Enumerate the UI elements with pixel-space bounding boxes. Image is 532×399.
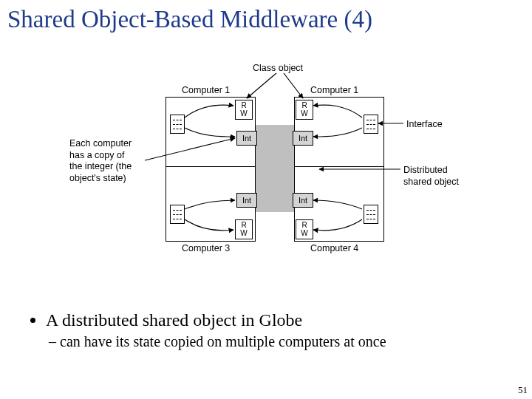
int-box-1: Int (236, 131, 257, 146)
svg-line-0 (247, 73, 276, 98)
interface-box-2 (364, 115, 378, 134)
rw-box-2: R W (296, 100, 313, 120)
rw-box-1: R W (235, 100, 253, 120)
bullet-sub-text: can have its state copied on multiple co… (60, 333, 386, 349)
rw-box-3: R W (235, 219, 253, 239)
int-box-2: Int (293, 131, 313, 146)
interface-box-4 (364, 205, 378, 224)
label-interface: Interface (406, 119, 443, 131)
label-class-object: Class object (253, 63, 303, 75)
svg-line-1 (284, 73, 303, 98)
bullet-sub: – can have its state copied on multiple … (49, 333, 386, 350)
page-number: 51 (518, 384, 528, 396)
label-each-copy: Each computer has a copy of the integer … (69, 138, 132, 185)
interface-box-3 (170, 205, 185, 224)
label-computer-3: Computer 3 (182, 243, 230, 255)
label-distributed-shared: Distributed shared object (403, 165, 468, 188)
label-computer-1b: Computer 1 (310, 85, 358, 97)
interface-box-1 (170, 115, 185, 134)
label-computer-1a: Computer 1 (182, 85, 230, 97)
rw-box-4: R W (296, 219, 313, 239)
slide-title: Shared Object-Based Middleware (4) (0, 0, 532, 33)
bullet-list: A distributed shared object in Globe – c… (28, 310, 386, 350)
bullet-main: A distributed shared object in Globe (46, 310, 386, 330)
label-computer-4: Computer 4 (310, 243, 358, 255)
globe-diagram: Int Int Int Int R W R W R W R W Class ob… (69, 63, 468, 296)
int-box-3: Int (236, 193, 257, 208)
int-box-4: Int (293, 193, 313, 208)
